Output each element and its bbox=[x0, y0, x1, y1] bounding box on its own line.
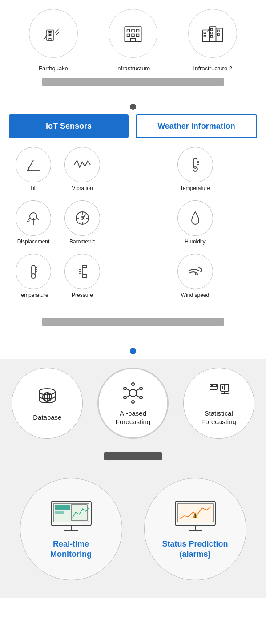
svg-line-76 bbox=[136, 395, 140, 397]
earthquake-icon-circle bbox=[29, 9, 78, 58]
temperature-icon-circle bbox=[16, 254, 51, 289]
svg-rect-54 bbox=[82, 265, 87, 268]
svg-rect-26 bbox=[218, 30, 220, 32]
weather-humidity: Humidity bbox=[177, 200, 213, 245]
svg-rect-1 bbox=[48, 32, 50, 33]
statistical-forecasting-circle: StatisticalForecasting bbox=[183, 368, 254, 439]
source-buttons: IoT Sensors Weather information bbox=[0, 114, 266, 138]
svg-rect-23 bbox=[211, 29, 213, 31]
output-h-bar bbox=[104, 452, 162, 460]
svg-rect-5 bbox=[49, 38, 51, 40]
svg-rect-24 bbox=[211, 32, 213, 34]
weather-info-button[interactable]: Weather information bbox=[136, 114, 257, 138]
pressure-label: Pressure bbox=[72, 292, 93, 298]
vibration-sensor: Vibration bbox=[58, 147, 107, 191]
svg-point-72 bbox=[132, 401, 134, 403]
database-circle: Database bbox=[12, 368, 83, 439]
displacement-sensor: Displacement bbox=[9, 200, 58, 245]
statistical-forecasting-label: StatisticalForecasting bbox=[201, 409, 236, 426]
realtime-monitoring-label: Real-timeMonitoring bbox=[50, 539, 92, 560]
svg-point-70 bbox=[140, 396, 142, 399]
sensors-weather-section: Tilt Vibration bbox=[0, 138, 266, 312]
processing-section: Database AI-basedForecasti bbox=[0, 359, 266, 448]
building-icon-circle bbox=[109, 9, 157, 58]
svg-line-30 bbox=[27, 160, 33, 171]
svg-point-69 bbox=[140, 387, 142, 390]
svg-rect-91 bbox=[55, 505, 70, 510]
svg-rect-11 bbox=[127, 29, 129, 32]
svg-rect-3 bbox=[48, 34, 50, 36]
barometric-sensor: Barometric bbox=[58, 200, 107, 245]
svg-rect-22 bbox=[204, 36, 206, 37]
output-circles: Real-timeMonitoring ! Status Prediction(… bbox=[4, 478, 262, 580]
database-label: Database bbox=[33, 413, 61, 422]
sensor-row-2: Displacement Barometric bbox=[9, 200, 133, 245]
weather-temp: Temperature bbox=[177, 147, 213, 191]
svg-line-36 bbox=[27, 221, 30, 222]
output-v-line bbox=[4, 460, 262, 478]
top-icons-row bbox=[0, 0, 266, 62]
top-labels-row: Earthquake Infrastructure Infrastructure… bbox=[0, 62, 266, 72]
svg-point-66 bbox=[129, 389, 137, 397]
displacement-icon-circle bbox=[16, 200, 51, 236]
svg-line-75 bbox=[136, 389, 140, 391]
weather-wind-icon-circle bbox=[177, 254, 213, 289]
temperature-label: Temperature bbox=[18, 292, 48, 298]
tilt-label: Tilt bbox=[30, 185, 37, 191]
svg-rect-92 bbox=[55, 511, 64, 514]
pressure-icon-circle bbox=[64, 254, 100, 289]
top-dot bbox=[0, 104, 266, 110]
svg-point-57 bbox=[193, 167, 197, 171]
svg-rect-25 bbox=[211, 36, 213, 38]
svg-line-74 bbox=[126, 395, 130, 397]
weather-sensors-col: Temperature Humidity Wind speed bbox=[133, 147, 257, 307]
svg-line-73 bbox=[126, 389, 130, 391]
weather-wind-label: Wind speed bbox=[181, 292, 209, 298]
temperature-sensor: Temperature bbox=[9, 254, 58, 298]
output-section: Real-timeMonitoring ! Status Prediction(… bbox=[0, 448, 266, 598]
svg-rect-81 bbox=[213, 385, 216, 387]
ai-forecasting-label: AI-basedForecasting bbox=[116, 409, 150, 426]
earthquake-label: Earthquake bbox=[29, 65, 78, 72]
city-label: Infrastructure 2 bbox=[188, 65, 237, 72]
svg-line-43 bbox=[82, 215, 86, 218]
building-label: Infrastructure bbox=[109, 65, 157, 72]
svg-rect-21 bbox=[204, 32, 206, 34]
svg-line-35 bbox=[37, 218, 39, 220]
svg-point-68 bbox=[124, 396, 126, 399]
svg-rect-80 bbox=[210, 385, 212, 387]
svg-point-71 bbox=[132, 383, 134, 385]
output-connector bbox=[4, 448, 262, 460]
weather-humidity-icon-circle bbox=[177, 200, 213, 236]
svg-point-45 bbox=[31, 274, 36, 278]
processing-circles: Database AI-basedForecasti bbox=[4, 368, 262, 439]
city-icon-circle bbox=[188, 9, 237, 58]
weather-temp-icon-circle bbox=[177, 147, 213, 182]
status-prediction-circle: ! Status Prediction(alarms) bbox=[144, 478, 246, 580]
iot-sensors-button[interactable]: IoT Sensors bbox=[9, 114, 129, 138]
svg-line-8 bbox=[55, 29, 58, 33]
svg-rect-55 bbox=[82, 274, 87, 278]
sensor-row-3: Temperature Pressure bbox=[9, 254, 133, 298]
svg-rect-13 bbox=[136, 29, 139, 32]
weather-humidity-label: Humidity bbox=[185, 239, 206, 245]
svg-line-9 bbox=[56, 32, 60, 35]
svg-rect-16 bbox=[136, 34, 139, 37]
svg-rect-4 bbox=[50, 34, 52, 36]
iot-sensors-col: Tilt Vibration bbox=[9, 147, 133, 307]
svg-line-34 bbox=[28, 218, 30, 220]
svg-point-67 bbox=[124, 387, 126, 390]
realtime-monitoring-circle: Real-timeMonitoring bbox=[20, 478, 122, 580]
svg-rect-15 bbox=[132, 34, 134, 37]
ai-forecasting-circle: AI-basedForecasting bbox=[97, 368, 169, 439]
svg-rect-27 bbox=[218, 33, 220, 36]
bottom-connector-bar bbox=[0, 318, 266, 326]
tilt-icon-circle bbox=[16, 147, 51, 182]
bottom-dot bbox=[0, 348, 266, 354]
barometric-icon-circle bbox=[64, 200, 100, 236]
top-connector-bar bbox=[0, 78, 266, 86]
svg-line-7 bbox=[43, 37, 46, 41]
weather-wind: Wind speed bbox=[177, 254, 213, 298]
svg-rect-14 bbox=[127, 34, 129, 37]
sensor-row-1: Tilt Vibration bbox=[9, 147, 133, 191]
